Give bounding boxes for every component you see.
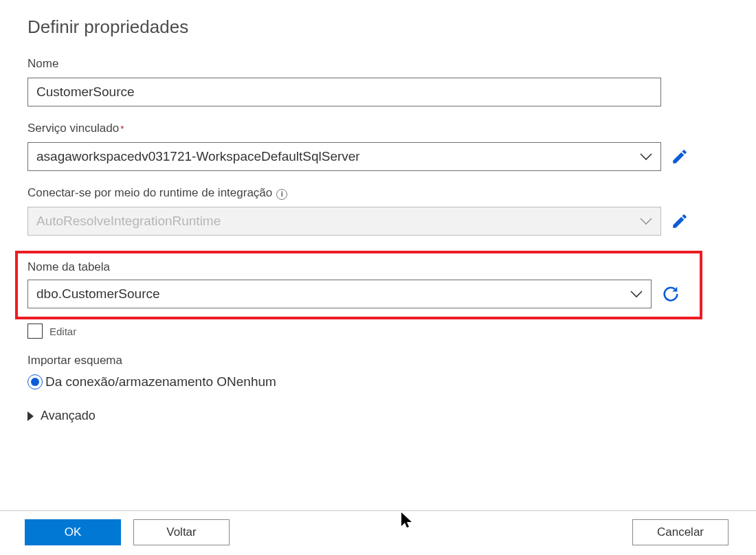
- linked-service-value: asagaworkspacedv031721-WorkspaceDefaultS…: [36, 149, 360, 164]
- required-asterisk: *: [120, 124, 124, 134]
- set-properties-panel: Definir propriedades Nome CustomerSource…: [0, 0, 756, 555]
- label-linked-service-text: Serviço vinculado: [27, 122, 119, 135]
- edit-checkbox-row: Editar: [27, 324, 729, 339]
- label-integration-runtime: Conectar-se por meio do runtime de integ…: [27, 186, 729, 200]
- field-name: Nome CustomerSource: [27, 57, 729, 106]
- radio-from-connection[interactable]: [27, 374, 43, 389]
- info-icon[interactable]: [276, 189, 287, 200]
- label-linked-service: Serviço vinculado*: [27, 122, 729, 135]
- label-name: Nome: [27, 57, 729, 71]
- label-integration-runtime-text: Conectar-se por meio do runtime de integ…: [27, 186, 272, 200]
- info-icon-wrap: [276, 186, 287, 200]
- name-input[interactable]: CustomerSource: [27, 78, 661, 106]
- chevron-down-icon: [640, 217, 652, 225]
- pencil-icon[interactable]: [671, 212, 689, 230]
- pencil-icon[interactable]: [671, 148, 689, 166]
- field-integration-runtime: Conectar-se por meio do runtime de integ…: [27, 186, 729, 236]
- field-linked-service: Serviço vinculado* asagaworkspacedv03172…: [27, 122, 729, 171]
- import-schema-options: Da conexão/armazenamento ONenhum: [27, 374, 729, 389]
- integration-runtime-select[interactable]: AutoResolveIntegrationRuntime: [27, 207, 661, 236]
- cursor-icon: [400, 511, 414, 531]
- advanced-label: Avançado: [41, 409, 96, 423]
- advanced-expander[interactable]: Avançado: [27, 409, 729, 423]
- panel-title: Definir propriedades: [27, 16, 729, 38]
- radio-option-label: Da conexão/armazenamento ONenhum: [45, 374, 276, 389]
- panel-footer: OK Voltar Cancelar: [0, 510, 756, 555]
- highlight-box: Nome da tabela dbo.CustomerSource: [15, 251, 702, 319]
- name-input-value: CustomerSource: [36, 84, 135, 100]
- linked-service-select[interactable]: asagaworkspacedv031721-WorkspaceDefaultS…: [27, 142, 661, 171]
- edit-checkbox-label: Editar: [49, 326, 76, 337]
- chevron-down-icon: [630, 290, 643, 298]
- label-table-name: Nome da tabela: [27, 260, 690, 274]
- back-button[interactable]: Voltar: [133, 519, 230, 545]
- refresh-icon[interactable]: [661, 284, 680, 304]
- chevron-down-icon: [640, 152, 652, 161]
- edit-checkbox[interactable]: [27, 324, 43, 339]
- panel-content: Definir propriedades Nome CustomerSource…: [0, 0, 756, 510]
- radio-option-connection: Da conexão/armazenamento ONenhum: [27, 374, 276, 389]
- field-table-name-highlight: Nome da tabela dbo.CustomerSource Editar: [27, 251, 729, 339]
- label-import-schema: Importar esquema: [27, 354, 729, 367]
- table-name-value: dbo.CustomerSource: [36, 286, 160, 302]
- ok-button[interactable]: OK: [25, 519, 121, 545]
- integration-runtime-value: AutoResolveIntegrationRuntime: [36, 214, 221, 229]
- field-import-schema: Importar esquema Da conexão/armazenament…: [27, 354, 729, 389]
- table-name-select[interactable]: dbo.CustomerSource: [27, 280, 652, 308]
- cancel-button[interactable]: Cancelar: [632, 519, 729, 545]
- chevron-right-icon: [27, 411, 34, 421]
